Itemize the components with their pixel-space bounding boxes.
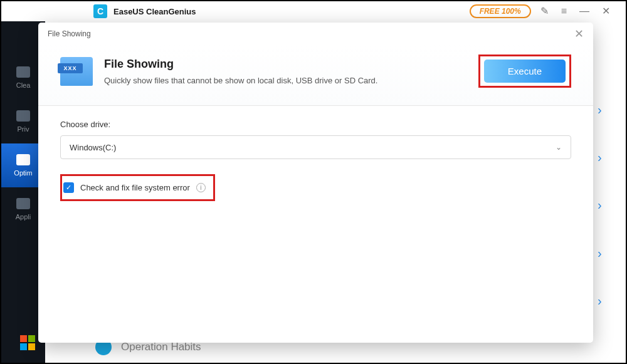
check-fix-highlight: ✓ Check and fix file system error i [60, 174, 215, 201]
check-fix-label: Check and fix file system error [80, 183, 190, 192]
free-badge[interactable]: FREE 100% [470, 4, 531, 18]
info-icon[interactable]: i [196, 183, 206, 192]
chevron-right-icon[interactable]: › [598, 294, 616, 308]
minimize-icon[interactable]: — [579, 6, 589, 16]
menu-icon[interactable]: ≡ [561, 6, 567, 16]
windows-logo-icon[interactable] [20, 335, 35, 350]
chevron-right-icon[interactable]: › [598, 103, 616, 117]
app-title: EaseUS CleanGenius [113, 7, 196, 16]
optimize-icon [16, 154, 30, 165]
note-icon[interactable]: ✎ [540, 6, 549, 16]
close-window-icon[interactable]: ✕ [602, 6, 610, 16]
dialog-header: XXX File Showing Quickly show files that… [38, 45, 593, 106]
app-logo-icon: C [93, 4, 107, 18]
chevron-right-icon[interactable]: › [598, 150, 616, 165]
lock-icon [16, 110, 30, 122]
header-description: Quickly show files that cannot be show o… [104, 76, 377, 85]
broom-icon [16, 66, 30, 78]
header-title: File Showing [104, 58, 377, 71]
drive-select[interactable]: Windows(C:) ⌄ [60, 135, 571, 159]
app-titlebar: C EaseUS CleanGenius FREE 100% ✎ ≡ — ✕ [1, 1, 626, 21]
choose-drive-label: Choose drive: [60, 120, 571, 129]
dialog-title-text: File Showing [48, 29, 91, 38]
chevron-right-icon[interactable]: › [598, 198, 616, 212]
bottom-item-label: Operation Habits [121, 341, 201, 353]
file-showing-icon: XXX [60, 57, 93, 86]
dialog-body: Choose drive: Windows(C:) ⌄ ✓ Check and … [38, 106, 593, 343]
right-arrow-list: › › › › › [598, 86, 616, 325]
execute-highlight: Execute [478, 55, 571, 88]
chevron-right-icon[interactable]: › [598, 246, 616, 261]
close-icon[interactable]: ✕ [574, 27, 584, 41]
check-fix-checkbox[interactable]: ✓ [63, 182, 74, 193]
dialog-titlebar: File Showing ✕ [38, 23, 593, 45]
drive-select-value: Windows(C:) [70, 143, 116, 152]
execute-button[interactable]: Execute [484, 60, 566, 83]
apps-icon [16, 198, 30, 209]
file-showing-dialog: File Showing ✕ XXX File Showing Quickly … [38, 23, 593, 343]
chevron-down-icon: ⌄ [556, 143, 562, 152]
